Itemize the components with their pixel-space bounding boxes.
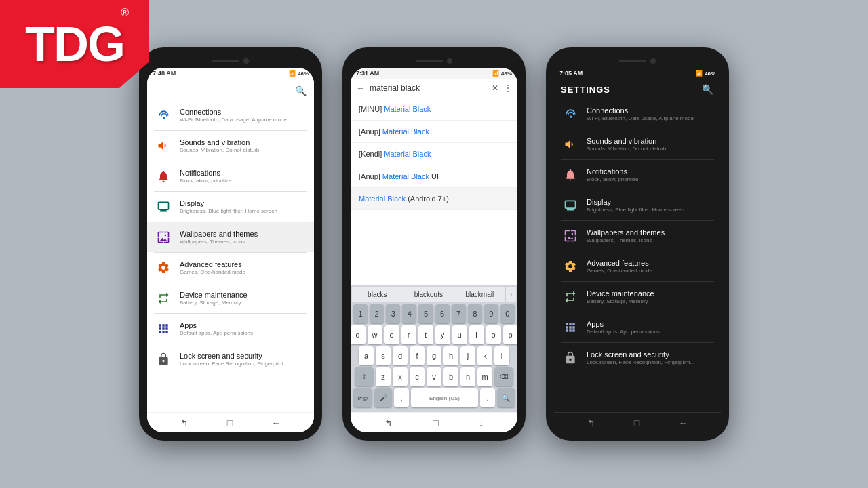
device-icon	[154, 289, 173, 308]
key-shift[interactable]: ⇧	[355, 367, 374, 386]
key-p[interactable]: p	[503, 325, 518, 344]
key-7[interactable]: 7	[452, 304, 466, 323]
key-1[interactable]: 1	[353, 304, 368, 323]
apps-subtitle: Default apps, App permissions	[180, 330, 307, 337]
key-c[interactable]: c	[410, 367, 425, 386]
suggestion-arrow[interactable]: ›	[506, 287, 516, 302]
settings-item-apps[interactable]: Apps Default apps, App permissions	[147, 314, 314, 344]
key-8[interactable]: 8	[468, 304, 482, 323]
settings-item-connections[interactable]: Connections Wi-Fi, Bluetooth, Data usage…	[147, 100, 314, 130]
result-4[interactable]: [Anup] Material Black UI	[351, 165, 517, 188]
key-s[interactable]: s	[376, 346, 391, 365]
phone-1-nav: ↰ □ ←	[147, 412, 314, 432]
key-f[interactable]: f	[410, 346, 425, 365]
key-r[interactable]: r	[401, 325, 416, 344]
phone-3-nav-recent[interactable]: ←	[678, 418, 688, 428]
settings-item-wallpapers[interactable]: Wallpapers and themes Wallpapers, Themes…	[147, 222, 314, 252]
asdf-row: a s d f g h j k l	[353, 346, 515, 365]
key-l[interactable]: l	[494, 346, 509, 365]
key-9[interactable]: 9	[484, 304, 498, 323]
key-0[interactable]: 0	[500, 304, 515, 323]
key-g[interactable]: g	[427, 346, 441, 365]
qwerty-row: q w e r t y u i o p	[353, 325, 515, 344]
more-options-btn[interactable]: ⋮	[504, 83, 512, 93]
key-5[interactable]: 5	[418, 304, 433, 323]
key-4[interactable]: 4	[402, 304, 416, 323]
key-mic[interactable]: 🎤	[374, 388, 392, 407]
suggestion-2[interactable]: blackouts	[403, 287, 455, 302]
back-arrow-icon[interactable]: ←	[356, 83, 366, 94]
key-comma[interactable]: ,	[394, 388, 409, 407]
key-delete[interactable]: ⌫	[494, 367, 513, 386]
phone-1-nav-home[interactable]: □	[227, 418, 233, 428]
phone-2-nav-home[interactable]: □	[433, 418, 438, 428]
key-u[interactable]: u	[452, 325, 467, 344]
dark-settings-item-wallpapers[interactable]: Wallpapers and themes Wallpapers, Themes…	[554, 221, 721, 251]
result-3[interactable]: [Kendi] Material Black	[351, 143, 517, 165]
suggestion-1[interactable]: blacks	[352, 287, 403, 302]
settings-item-lock[interactable]: Lock screen and security Lock screen, Fa…	[147, 344, 314, 374]
dark-settings-item-device[interactable]: Device maintenance Battery, Storage, Mem…	[554, 282, 721, 312]
key-o[interactable]: o	[486, 325, 501, 344]
key-a[interactable]: a	[359, 346, 374, 365]
result-2[interactable]: [Anup] Material Black	[351, 121, 517, 143]
clear-search-btn[interactable]: ✕	[492, 83, 498, 93]
settings-item-notifications[interactable]: Notifications Block, allow, prioritize	[147, 161, 314, 191]
dark-wallpapers-subtitle: Wallpapers, Themes, Icons	[587, 237, 714, 244]
dark-settings-item-lock[interactable]: Lock screen and security Lock screen, Fa…	[554, 343, 721, 373]
key-space[interactable]: English (US)	[411, 388, 478, 407]
phone-1-nav-back[interactable]: ↰	[180, 418, 189, 428]
key-d[interactable]: d	[393, 346, 408, 365]
phone-3-search-btn[interactable]: 🔍	[701, 83, 714, 96]
phone-2-nav-recent[interactable]: ↓	[479, 418, 484, 428]
device-title: Device maintenance	[180, 290, 307, 300]
key-x[interactable]: x	[393, 367, 408, 386]
result-5[interactable]: Material Black (Android 7+)	[351, 188, 517, 210]
connections-title: Connections	[180, 107, 307, 117]
key-z[interactable]: z	[376, 367, 391, 386]
search-query-display[interactable]: material black	[370, 83, 488, 93]
search-bar-actions: ✕ ⋮	[492, 83, 512, 93]
phone-3-nav-back[interactable]: ↰	[587, 418, 595, 428]
key-search-action[interactable]: 🔍	[497, 388, 515, 407]
key-m[interactable]: m	[477, 367, 492, 386]
key-period[interactable]: .	[480, 388, 495, 407]
dark-settings-item-connections[interactable]: Connections Wi-Fi, Bluetooth, Data usage…	[554, 99, 721, 129]
key-i[interactable]: i	[469, 325, 484, 344]
key-2[interactable]: 2	[370, 304, 384, 323]
key-v[interactable]: v	[427, 367, 441, 386]
key-3[interactable]: 3	[386, 304, 400, 323]
notifications-title: Notifications	[180, 168, 307, 178]
settings-item-sounds[interactable]: Sounds and vibration Sounds, Vibration, …	[147, 131, 314, 161]
dark-settings-item-display[interactable]: Display Brightness, Blue light filter, H…	[554, 190, 721, 220]
key-k[interactable]: k	[477, 346, 492, 365]
key-j[interactable]: j	[460, 346, 475, 365]
dark-wallpapers-title: Wallpapers and themes	[587, 228, 714, 237]
phone-1-search-btn[interactable]: 🔍	[294, 84, 307, 98]
key-w[interactable]: w	[368, 325, 382, 344]
key-n[interactable]: n	[460, 367, 475, 386]
dark-settings-item-advanced[interactable]: Advanced features Games, One-handed mode	[554, 251, 721, 281]
key-y[interactable]: y	[435, 325, 450, 344]
settings-item-advanced[interactable]: Advanced features Games, One-handed mode	[147, 253, 314, 283]
key-q[interactable]: q	[351, 325, 366, 344]
settings-item-display[interactable]: Display Brightness, Blue light filter, H…	[147, 192, 314, 222]
phone-2-nav-back[interactable]: ↰	[384, 418, 393, 428]
dark-settings-item-sounds[interactable]: Sounds and vibration Sounds, Vibration, …	[554, 129, 721, 159]
key-b[interactable]: b	[443, 367, 458, 386]
dark-settings-item-notifications[interactable]: Notifications Block, allow, prioritize	[554, 160, 721, 190]
result-1[interactable]: [MINU] Material Black	[351, 98, 517, 121]
result-4-suffix: UI	[429, 172, 439, 180]
key-h[interactable]: h	[443, 346, 458, 365]
key-t[interactable]: t	[418, 325, 433, 344]
key-6[interactable]: 6	[435, 304, 450, 323]
phone-1-nav-recent[interactable]: ←	[271, 418, 281, 428]
settings-item-device[interactable]: Device maintenance Battery, Storage, Mem…	[147, 283, 314, 313]
phone-3-nav-home[interactable]: □	[634, 418, 639, 428]
advanced-title: Advanced features	[180, 260, 307, 269]
dark-display-text: Display Brightness, Blue light filter, H…	[587, 197, 714, 214]
dark-settings-item-apps[interactable]: Apps Default apps, App permissions	[554, 312, 721, 342]
key-e[interactable]: e	[384, 325, 399, 344]
suggestion-3[interactable]: blackmail	[454, 287, 506, 302]
key-symbols[interactable]: !#@	[353, 388, 372, 407]
